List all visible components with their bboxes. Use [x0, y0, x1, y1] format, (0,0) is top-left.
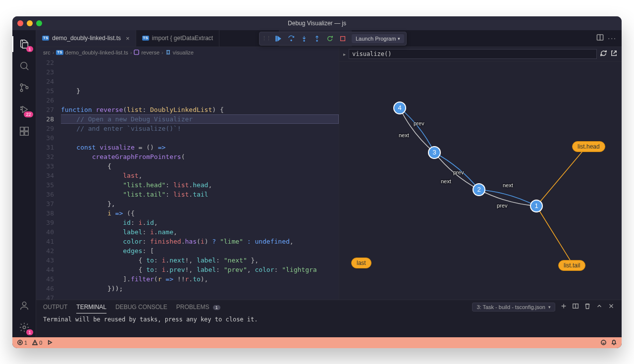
terminal-output[interactable]: Terminal will be reused by tasks, press …	[36, 314, 622, 337]
debug-badge: 22	[24, 111, 33, 117]
code-editor[interactable]: 2223242526272829303132333435363738394041…	[36, 58, 339, 300]
visualizer-toolbar: ▸	[339, 47, 622, 62]
svg-point-0	[20, 62, 27, 68]
new-terminal-icon[interactable]	[560, 303, 567, 311]
breadcrumb-item[interactable]: src	[43, 50, 51, 55]
pointer-node[interactable]: list.tail	[558, 260, 585, 271]
settings-badge: 1	[26, 329, 33, 335]
restart-button[interactable]	[324, 33, 336, 44]
editor-tab-active[interactable]: TS demo_doubly-linked-list.ts ×	[36, 30, 136, 47]
edge-label: next	[503, 182, 513, 188]
svg-rect-8	[24, 131, 28, 135]
edge-label: next	[399, 132, 409, 138]
window: Debug Visualizer — js 1 22	[12, 16, 622, 348]
extensions-icon[interactable]	[12, 121, 36, 141]
breadcrumb[interactable]: src › TS demo_doubly-linked-list.ts › re…	[36, 47, 339, 58]
svg-rect-12	[276, 36, 277, 41]
activity-bar: 1 22 1	[12, 30, 36, 337]
chevron-right-icon: ›	[161, 50, 163, 55]
svg-point-1	[20, 84, 23, 86]
tab-label: import { getDataExtract	[152, 35, 213, 42]
edge-label: next	[441, 178, 451, 184]
edge-label: prev	[497, 203, 507, 208]
refresh-icon[interactable]	[600, 50, 607, 59]
close-window-button[interactable]	[17, 20, 23, 26]
graph-node[interactable]: 4	[393, 102, 406, 114]
step-out-button[interactable]	[311, 33, 323, 44]
debug-icon[interactable]: 22	[12, 100, 36, 119]
graph-node[interactable]: 3	[428, 146, 441, 159]
breadcrumb-item[interactable]: reverse	[141, 50, 159, 55]
pointer-node[interactable]: last	[351, 258, 371, 268]
errors-count[interactable]: 1	[17, 340, 27, 346]
svg-rect-18	[134, 50, 139, 54]
svg-point-2	[20, 89, 23, 92]
continue-button[interactable]	[272, 33, 284, 44]
variable-icon	[165, 50, 171, 55]
launch-config-dropdown[interactable]: Launch Program ▾	[352, 34, 404, 43]
svg-point-10	[22, 302, 26, 305]
breadcrumb-item[interactable]: visualize	[173, 50, 194, 55]
line-gutter: 2223242526272829303132333435363738394041…	[36, 58, 61, 300]
panel-tab-debug-console[interactable]: DEBUG CONSOLE	[115, 304, 167, 311]
svg-point-21	[601, 340, 606, 344]
svg-point-3	[26, 86, 28, 89]
window-title: Debug Visualizer — js	[288, 20, 346, 27]
run-icon[interactable]	[47, 340, 53, 346]
traffic-lights	[17, 20, 42, 26]
chevron-right-icon[interactable]: ▸	[343, 52, 346, 57]
feedback-icon[interactable]	[601, 340, 606, 346]
typescript-icon: TS	[142, 36, 149, 41]
accounts-icon[interactable]	[12, 296, 36, 315]
panel-tab-output[interactable]: OUTPUT	[43, 304, 67, 311]
editor-tab-second[interactable]: TS import { getDataExtract	[136, 30, 220, 47]
chevron-down-icon: ▾	[398, 36, 400, 41]
graph-node[interactable]: 2	[473, 183, 485, 196]
settings-gear-icon[interactable]: 1	[12, 317, 36, 337]
step-into-button[interactable]	[298, 33, 310, 44]
notifications-icon[interactable]	[611, 340, 617, 346]
svg-rect-6	[20, 127, 23, 130]
debug-toolbar[interactable]: ⋮⋮ Launch Program ▾	[259, 32, 407, 46]
titlebar: Debug Visualizer — js	[12, 16, 622, 30]
search-icon[interactable]	[12, 56, 36, 76]
stop-button[interactable]	[337, 33, 349, 44]
svg-rect-16	[341, 36, 345, 41]
maximize-panel-icon[interactable]	[596, 303, 603, 311]
visualizer-expression-input[interactable]	[349, 49, 597, 59]
method-icon	[134, 50, 139, 55]
explorer-badge: 1	[26, 46, 33, 52]
code-lines[interactable]: } function reverse(list: DoublyLinkedLis…	[61, 58, 339, 300]
graph-canvas[interactable]: 4321lastlist.headlist.tailprevnextprevne…	[339, 62, 622, 300]
minimize-window-button[interactable]	[27, 20, 33, 26]
explorer-icon[interactable]: 1	[12, 34, 36, 54]
svg-rect-7	[20, 131, 23, 135]
chevron-right-icon: ›	[53, 50, 54, 55]
tab-label: demo_doubly-linked-list.ts	[52, 35, 121, 42]
popout-icon[interactable]	[610, 50, 618, 59]
svg-rect-9	[24, 127, 28, 130]
svg-point-14	[304, 40, 305, 42]
edge-label: prev	[414, 120, 424, 126]
split-editor-icon[interactable]	[596, 34, 604, 43]
kill-terminal-icon[interactable]	[584, 303, 591, 311]
panel-tab-terminal[interactable]: TERMINAL	[76, 304, 106, 313]
split-terminal-icon[interactable]	[572, 303, 579, 311]
breadcrumb-item[interactable]: demo_doubly-linked-list.ts	[65, 50, 128, 55]
svg-point-11	[23, 326, 26, 329]
step-over-button[interactable]	[285, 33, 297, 44]
more-actions-icon[interactable]: ···	[608, 34, 617, 42]
svg-point-4	[20, 106, 21, 107]
pointer-node[interactable]: list.head	[572, 141, 605, 152]
status-bar: 1 0	[12, 337, 622, 348]
graph-node[interactable]: 1	[530, 200, 543, 212]
maximize-window-button[interactable]	[36, 20, 42, 26]
source-control-icon[interactable]	[12, 78, 36, 98]
panel-tab-problems[interactable]: PROBLEMS 1	[176, 304, 220, 311]
terminal-selector-dropdown[interactable]: 3: Task - build - tsconfig.json ▾	[472, 303, 555, 312]
typescript-icon: TS	[56, 50, 63, 55]
close-tab-icon[interactable]: ×	[126, 35, 130, 42]
close-panel-icon[interactable]	[608, 303, 615, 311]
drag-grip-icon[interactable]: ⋮⋮	[262, 35, 270, 42]
warnings-count[interactable]: 0	[32, 340, 42, 346]
